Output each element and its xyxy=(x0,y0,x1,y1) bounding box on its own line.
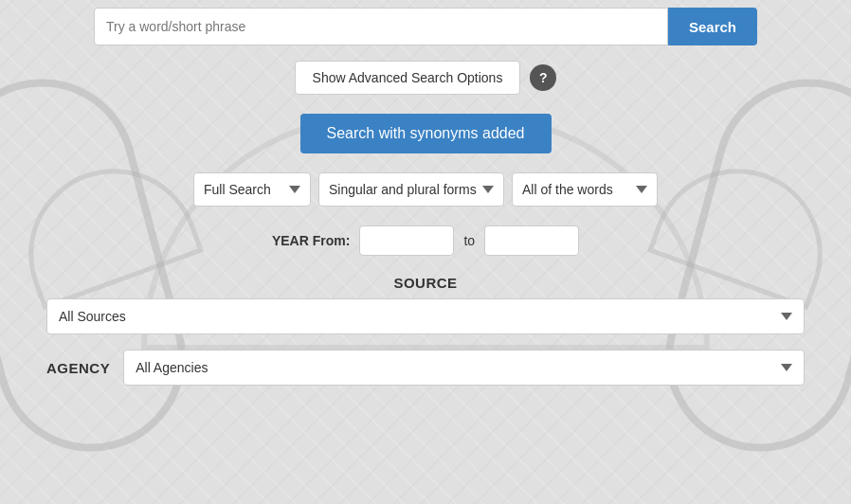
year-from-input[interactable] xyxy=(359,225,454,256)
dropdowns-row: Full Search Exact Phrase Boolean Singula… xyxy=(193,172,658,207)
agency-dropdown[interactable]: All Agencies xyxy=(123,350,805,386)
search-bar-row: Search xyxy=(94,8,757,45)
advanced-search-row: Show Advanced Search Options ? xyxy=(295,61,557,95)
help-icon-button[interactable]: ? xyxy=(530,64,556,91)
year-label: YEAR From: xyxy=(272,233,350,248)
search-button[interactable]: Search xyxy=(668,8,757,45)
advanced-search-button[interactable]: Show Advanced Search Options xyxy=(295,61,521,95)
source-heading: SOURCE xyxy=(46,275,805,291)
source-section: SOURCE All Sources xyxy=(46,275,805,334)
year-row: YEAR From: to xyxy=(272,225,579,256)
synonyms-button[interactable]: Search with synonyms added xyxy=(300,114,552,153)
forms-dropdown[interactable]: Singular and plural forms Exact forms on… xyxy=(318,172,504,207)
search-type-dropdown[interactable]: Full Search Exact Phrase Boolean xyxy=(193,172,311,207)
source-select-wrapper: All Sources xyxy=(46,298,805,334)
agency-label: AGENCY xyxy=(46,360,110,376)
search-input[interactable] xyxy=(94,8,668,45)
words-dropdown[interactable]: All of the words Any of the words None o… xyxy=(512,172,658,207)
source-dropdown[interactable]: All Sources xyxy=(46,298,805,334)
agency-row: AGENCY All Agencies xyxy=(46,350,805,386)
year-to-label: to xyxy=(463,233,475,248)
year-to-input[interactable] xyxy=(484,225,579,256)
